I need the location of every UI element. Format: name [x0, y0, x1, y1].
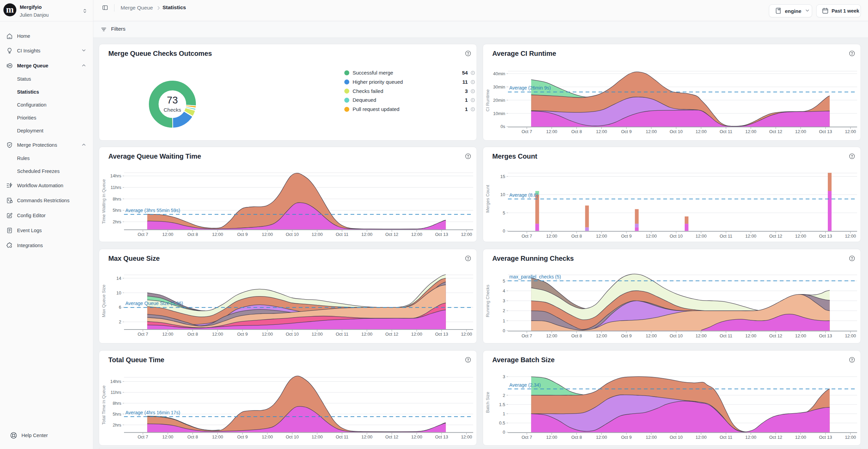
svg-text:0: 0	[503, 430, 505, 435]
svg-text:12:00: 12:00	[696, 234, 707, 239]
svg-text:12:00: 12:00	[845, 129, 856, 134]
svg-text:12:00: 12:00	[596, 333, 607, 338]
svg-text:Oct 13: Oct 13	[435, 232, 448, 237]
svg-text:15: 15	[500, 174, 505, 179]
svg-text:12:00: 12:00	[461, 434, 472, 439]
svg-text:12:00: 12:00	[795, 129, 806, 134]
svg-text:1.5: 1.5	[499, 402, 505, 407]
svg-text:12:00: 12:00	[312, 232, 323, 237]
svg-text:8hrs: 8hrs	[113, 196, 122, 202]
svg-text:Oct 12: Oct 12	[385, 232, 398, 237]
svg-text:Oct 9: Oct 9	[621, 435, 632, 440]
svg-text:Oct 13: Oct 13	[819, 129, 832, 134]
svg-text:12:00: 12:00	[745, 129, 757, 134]
svg-text:Oct 10: Oct 10	[670, 234, 683, 239]
svg-text:12:00: 12:00	[461, 232, 472, 237]
svg-text:12:00: 12:00	[162, 434, 173, 439]
svg-text:Oct 11: Oct 11	[719, 234, 732, 239]
svg-text:2hrs: 2hrs	[113, 422, 122, 428]
svg-text:12:00: 12:00	[312, 332, 323, 337]
svg-text:Oct 8: Oct 8	[187, 434, 198, 439]
svg-text:6: 6	[119, 305, 121, 310]
svg-text:Oct 10: Oct 10	[286, 232, 299, 237]
svg-text:Merges Count: Merges Count	[485, 185, 490, 213]
svg-text:Oct 11: Oct 11	[719, 435, 732, 440]
svg-text:12:00: 12:00	[262, 332, 273, 337]
svg-text:12:00: 12:00	[212, 434, 223, 439]
svg-text:12:00: 12:00	[262, 232, 273, 237]
svg-text:12:00: 12:00	[745, 333, 757, 338]
svg-text:12:00: 12:00	[262, 434, 273, 439]
svg-text:Max Queue Size: Max Queue Size	[101, 285, 106, 317]
svg-text:Oct 12: Oct 12	[769, 234, 782, 239]
svg-text:12:00: 12:00	[461, 332, 472, 337]
svg-text:12:00: 12:00	[361, 332, 373, 337]
svg-text:2: 2	[503, 308, 505, 313]
svg-text:4: 4	[503, 288, 505, 293]
svg-text:Running Checks: Running Checks	[485, 285, 490, 317]
svg-text:12:00: 12:00	[845, 234, 856, 239]
svg-text:CI Runtime: CI Runtime	[485, 89, 490, 111]
svg-text:12:00: 12:00	[795, 333, 806, 338]
svg-text:2hrs: 2hrs	[113, 219, 122, 224]
svg-text:14hrs: 14hrs	[110, 379, 121, 384]
svg-text:0.5: 0.5	[499, 420, 505, 426]
svg-text:40min: 40min	[493, 71, 505, 76]
svg-text:3: 3	[503, 374, 505, 379]
svg-text:12:00: 12:00	[745, 234, 757, 239]
svg-text:Oct 7: Oct 7	[522, 234, 532, 239]
svg-text:Oct 7: Oct 7	[522, 435, 532, 440]
svg-text:12:00: 12:00	[646, 333, 657, 338]
svg-text:Oct 8: Oct 8	[571, 333, 582, 338]
svg-text:Dequeued: Dequeued	[353, 97, 376, 103]
svg-text:Oct 9: Oct 9	[621, 333, 632, 338]
svg-text:Average (26min 9s): Average (26min 9s)	[509, 85, 551, 91]
svg-text:11: 11	[462, 79, 468, 85]
svg-text:Oct 11: Oct 11	[719, 333, 732, 338]
svg-text:12:00: 12:00	[646, 234, 657, 239]
svg-text:Oct 11: Oct 11	[336, 434, 348, 439]
svg-text:12:00: 12:00	[162, 332, 173, 337]
svg-text:Checks failed: Checks failed	[353, 88, 383, 94]
svg-text:Oct 11: Oct 11	[719, 129, 732, 134]
svg-text:12:00: 12:00	[696, 129, 707, 134]
svg-text:12:00: 12:00	[596, 435, 607, 440]
svg-text:12:00: 12:00	[212, 332, 223, 337]
svg-text:Average (4hrs 16min 17s): Average (4hrs 16min 17s)	[125, 410, 180, 415]
svg-text:Oct 7: Oct 7	[522, 333, 532, 338]
svg-text:12:00: 12:00	[795, 234, 806, 239]
svg-text:Oct 10: Oct 10	[286, 332, 299, 337]
svg-text:Oct 10: Oct 10	[286, 434, 299, 439]
svg-text:Oct 9: Oct 9	[237, 434, 248, 439]
svg-text:12:00: 12:00	[361, 232, 373, 237]
svg-text:Oct 7: Oct 7	[138, 332, 148, 337]
svg-text:20min: 20min	[493, 98, 505, 103]
svg-text:Oct 10: Oct 10	[670, 435, 683, 440]
svg-text:Oct 9: Oct 9	[237, 332, 248, 337]
svg-text:Batch Size: Batch Size	[485, 392, 490, 413]
svg-text:Oct 8: Oct 8	[187, 332, 198, 337]
svg-text:12:00: 12:00	[546, 435, 557, 440]
svg-text:12:00: 12:00	[845, 435, 856, 440]
svg-text:12:00: 12:00	[361, 434, 373, 439]
svg-text:Oct 13: Oct 13	[819, 435, 832, 440]
svg-text:1: 1	[503, 411, 505, 416]
svg-text:Average Queue Size (5.96): Average Queue Size (5.96)	[125, 301, 183, 306]
svg-text:Oct 13: Oct 13	[435, 332, 448, 337]
svg-text:Pull request updated: Pull request updated	[353, 106, 400, 112]
svg-text:12:00: 12:00	[646, 129, 657, 134]
svg-text:12:00: 12:00	[646, 435, 657, 440]
svg-text:12:00: 12:00	[696, 435, 707, 440]
svg-text:Higher priority queued: Higher priority queued	[353, 79, 403, 85]
svg-text:2: 2	[119, 319, 121, 324]
svg-text:Oct 12: Oct 12	[769, 129, 782, 134]
svg-text:12:00: 12:00	[546, 129, 557, 134]
svg-text:Oct 7: Oct 7	[522, 129, 532, 134]
svg-text:Oct 8: Oct 8	[571, 435, 582, 440]
svg-text:12:00: 12:00	[212, 232, 223, 237]
svg-text:Total Time in Queue: Total Time in Queue	[101, 385, 106, 425]
svg-text:12:00: 12:00	[795, 435, 806, 440]
svg-text:73: 73	[167, 95, 178, 106]
svg-text:12:00: 12:00	[696, 333, 707, 338]
svg-text:3: 3	[465, 88, 468, 94]
